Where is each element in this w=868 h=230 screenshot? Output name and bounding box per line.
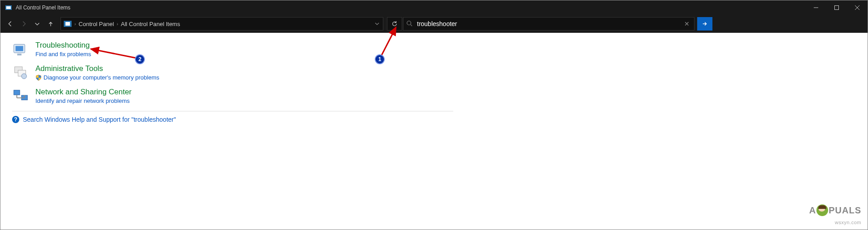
result-title: Network and Sharing Center — [35, 88, 132, 97]
breadcrumb-all-items[interactable]: All Control Panel Items — [121, 21, 180, 27]
up-button[interactable] — [44, 18, 57, 30]
refresh-button[interactable] — [387, 17, 402, 31]
control-panel-icon — [5, 4, 12, 11]
breadcrumb-control-panel[interactable]: Control Panel› — [78, 21, 118, 27]
location-icon — [64, 21, 72, 27]
watermark-brand: APUALS — [809, 204, 861, 216]
close-button[interactable] — [847, 0, 868, 15]
svg-line-7 — [411, 24, 412, 26]
clear-search-button[interactable]: ✕ — [682, 20, 691, 27]
admin-tools-icon — [12, 64, 29, 81]
brand-text-pre: A — [809, 205, 816, 216]
maximize-button[interactable] — [826, 0, 847, 15]
forward-button[interactable] — [17, 18, 30, 30]
svg-point-6 — [407, 21, 411, 25]
brand-face-icon — [816, 204, 828, 216]
svg-rect-10 — [17, 54, 22, 56]
breadcrumb-label: All Control Panel Items — [121, 21, 180, 27]
minimize-button[interactable] — [806, 0, 826, 15]
result-title: Troubleshooting — [35, 41, 91, 50]
window-titlebar: All Control Panel Items — [0, 0, 868, 15]
search-help-link[interactable]: ? Search Windows Help and Support for "t… — [12, 116, 453, 123]
troubleshooting-icon — [12, 41, 29, 58]
svg-rect-1 — [6, 6, 11, 9]
network-icon — [12, 88, 29, 105]
svg-rect-9 — [16, 46, 23, 51]
subtask-label: Find and fix problems — [35, 51, 91, 58]
help-icon: ? — [12, 116, 19, 123]
address-bar[interactable]: › Control Panel› All Control Panel Items — [61, 17, 383, 31]
uac-shield-icon — [35, 75, 42, 81]
chevron-right-icon: › — [117, 22, 118, 27]
window-title: All Control Panel Items — [16, 4, 806, 11]
divider — [12, 111, 453, 111]
svg-rect-14 — [14, 90, 20, 95]
recent-dropdown-button[interactable] — [31, 18, 43, 30]
result-subtask[interactable]: Find and fix problems — [35, 51, 91, 58]
back-button[interactable] — [4, 18, 17, 30]
svg-rect-3 — [835, 6, 839, 10]
subtask-label: Diagnose your computer's memory problems — [43, 74, 159, 81]
navigation-bar: › Control Panel› All Control Panel Items… — [0, 15, 868, 33]
result-subtask[interactable]: Diagnose your computer's memory problems — [35, 74, 159, 81]
results-pane: Troubleshooting Find and fix problems Ad… — [0, 33, 462, 123]
result-admin-tools[interactable]: Administrative Tools Diagnose your compu… — [12, 64, 453, 81]
breadcrumb-label: Control Panel — [78, 21, 114, 27]
brand-text-post: PUALS — [829, 205, 861, 216]
chevron-down-icon[interactable] — [375, 21, 379, 27]
result-title: Administrative Tools — [35, 64, 159, 73]
search-input[interactable] — [417, 20, 678, 27]
result-network-sharing[interactable]: Network and Sharing Center Identify and … — [12, 88, 453, 105]
watermark-site: wsxyn.com — [835, 220, 861, 225]
result-troubleshooting[interactable]: Troubleshooting Find and fix problems — [12, 41, 453, 58]
subtask-label: Identify and repair network problems — [35, 97, 130, 104]
search-box[interactable]: ✕ — [403, 17, 694, 31]
result-subtask[interactable]: Identify and repair network problems — [35, 97, 132, 104]
search-go-button[interactable] — [697, 17, 712, 31]
help-text: Search Windows Help and Support for "tro… — [23, 116, 176, 123]
chevron-right-icon: › — [74, 22, 76, 27]
svg-point-13 — [22, 74, 26, 79]
search-icon — [406, 20, 412, 28]
